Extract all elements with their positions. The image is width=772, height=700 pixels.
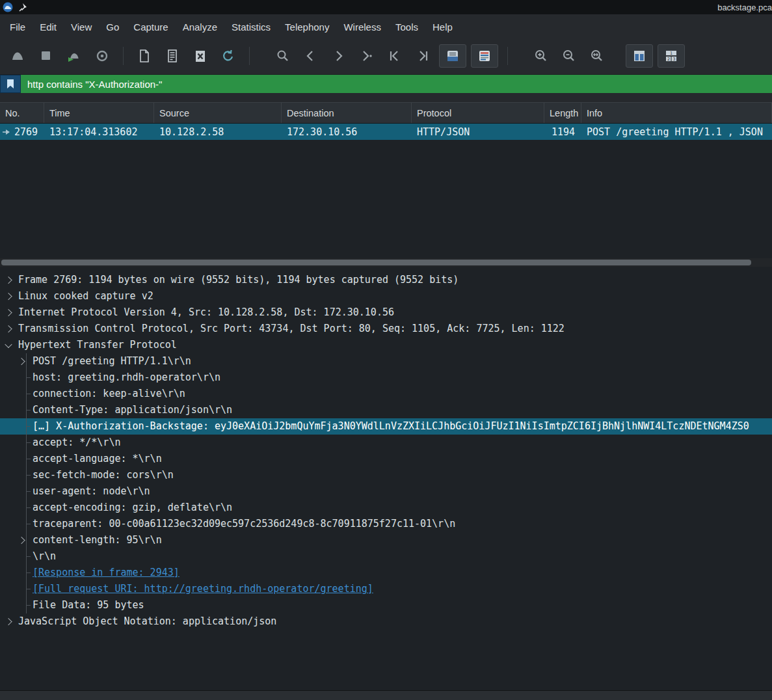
- bookmark-button[interactable]: [0, 75, 21, 93]
- go-first-packet-button[interactable]: [383, 44, 406, 68]
- expander-icon[interactable]: [5, 292, 12, 299]
- menu-item[interactable]: Help: [425, 18, 460, 36]
- detail-row[interactable]: [Full request URI: http://greeting.rhdh-…: [0, 581, 772, 597]
- column-header[interactable]: Info: [581, 103, 772, 123]
- detail-text: sec-fetch-mode: cors\r\n: [33, 469, 174, 481]
- packet-list-pane: No.TimeSourceDestinationProtocolLengthIn…: [0, 102, 772, 258]
- menu-item[interactable]: View: [64, 18, 99, 36]
- detail-row[interactable]: accept-language: *\r\n: [0, 451, 772, 467]
- menu-item[interactable]: Go: [99, 18, 126, 36]
- detail-row[interactable]: Frame 2769: 1194 bytes on wire (9552 bit…: [0, 272, 772, 288]
- save-file-button[interactable]: [161, 44, 184, 68]
- menu-item[interactable]: Tools: [388, 18, 425, 36]
- detail-row[interactable]: Hypertext Transfer Protocol: [0, 337, 772, 353]
- bookmark-icon: [6, 79, 15, 89]
- detail-text: connection: keep-alive\r\n: [33, 388, 185, 399]
- detail-row[interactable]: traceparent: 00-c00a61123ec32d09ec597c25…: [0, 516, 772, 532]
- packet-list-body: 2769 13:17:04.313602 10.128.2.58 172.30.…: [0, 124, 772, 258]
- capture-options-button[interactable]: [90, 44, 114, 68]
- menu-item[interactable]: Statistics: [224, 18, 278, 36]
- close-file-icon: [193, 48, 208, 64]
- detail-row[interactable]: Linux cooked capture v2: [0, 288, 772, 304]
- menu-item[interactable]: Wireless: [336, 18, 388, 36]
- go-forward-button[interactable]: [327, 44, 351, 68]
- column-header[interactable]: Destination: [282, 103, 412, 123]
- detail-row[interactable]: […] X-Authorization-Backstage: eyJ0eXAiO…: [0, 418, 772, 435]
- packet-row[interactable]: 2769 13:17:04.313602 10.128.2.58 172.30.…: [0, 124, 772, 140]
- detail-text: accept-language: *\r\n: [33, 453, 162, 464]
- menu-item[interactable]: Telephony: [278, 18, 336, 36]
- titlebar: backstage.pca: [0, 0, 772, 14]
- go-to-packet-button[interactable]: [355, 44, 379, 68]
- go-last-packet-button[interactable]: [411, 44, 434, 68]
- expander-icon[interactable]: [18, 536, 25, 543]
- horizontal-scrollbar-handle[interactable]: [1, 260, 751, 265]
- go-first-packet-icon: [387, 48, 403, 64]
- detail-row[interactable]: host: greeting.rhdh-operator\r\n: [0, 370, 772, 386]
- detail-row[interactable]: sec-fetch-mode: cors\r\n: [0, 467, 772, 483]
- resize-columns-button[interactable]: [626, 44, 653, 68]
- colorize-packets-icon: [477, 48, 492, 64]
- restart-capture-button[interactable]: [62, 44, 86, 68]
- column-header[interactable]: No.: [0, 103, 44, 123]
- menu-item[interactable]: Analyze: [176, 18, 224, 36]
- detail-text: [Response in frame: 2943]: [33, 567, 180, 578]
- detail-text: accept: */*\r\n: [33, 437, 120, 448]
- detail-row[interactable]: JavaScript Object Notation: application/…: [0, 613, 772, 630]
- detail-row[interactable]: accept: */*\r\n: [0, 435, 772, 451]
- expander-icon[interactable]: [5, 276, 12, 283]
- go-back-button[interactable]: [299, 44, 323, 68]
- column-header[interactable]: Time: [44, 103, 154, 123]
- save-file-icon: [165, 48, 180, 64]
- detail-row[interactable]: Internet Protocol Version 4, Src: 10.128…: [0, 304, 772, 321]
- capture-options-icon: [94, 48, 110, 64]
- expander-icon[interactable]: [5, 617, 12, 625]
- layout-columns-button[interactable]: 123: [658, 44, 685, 68]
- start-capture-icon: [10, 48, 26, 64]
- zoom-out-button[interactable]: [557, 44, 581, 68]
- colorize-packets-button[interactable]: [471, 44, 498, 68]
- detail-row[interactable]: Transmission Control Protocol, Src Port:…: [0, 321, 772, 337]
- start-capture-button[interactable]: [7, 44, 30, 68]
- detail-row[interactable]: connection: keep-alive\r\n: [0, 386, 772, 402]
- detail-row[interactable]: user-agent: node\r\n: [0, 483, 772, 500]
- detail-text: traceparent: 00-c00a61123ec32d09ec597c25…: [33, 518, 455, 530]
- menu-item[interactable]: File: [3, 18, 33, 36]
- find-packet-button[interactable]: [271, 44, 295, 68]
- detail-text: Linux cooked capture v2: [18, 290, 153, 302]
- detail-text: user-agent: node\r\n: [33, 485, 150, 497]
- detail-row[interactable]: \r\n: [0, 548, 772, 565]
- column-header[interactable]: Protocol: [412, 103, 544, 123]
- detail-text: accept-encoding: gzip, deflate\r\n: [33, 502, 232, 513]
- selected-packet-arrow-icon: [2, 129, 11, 135]
- column-header[interactable]: Source: [154, 103, 282, 123]
- expander-icon[interactable]: [5, 325, 12, 332]
- menubar: FileEditViewGoCaptureAnalyzeStatisticsTe…: [0, 14, 772, 39]
- expander-icon[interactable]: [18, 357, 25, 364]
- detail-row[interactable]: accept-encoding: gzip, deflate\r\n: [0, 500, 772, 516]
- detail-text: \r\n: [33, 550, 56, 562]
- detail-row[interactable]: POST /greeting HTTP/1.1\r\n: [0, 353, 772, 370]
- zoom-in-button[interactable]: [529, 44, 553, 68]
- reload-file-button[interactable]: [217, 44, 240, 68]
- menu-item[interactable]: Edit: [33, 18, 64, 36]
- detail-row[interactable]: content-length: 95\r\n: [0, 532, 772, 548]
- packet-source-cell: 10.128.2.58: [154, 126, 282, 138]
- expander-icon[interactable]: [5, 340, 12, 347]
- stop-capture-button[interactable]: [34, 44, 58, 68]
- detail-text: [Full request URI: http://greeting.rhdh-…: [33, 583, 373, 595]
- detail-row[interactable]: File Data: 95 bytes: [0, 597, 772, 613]
- detail-row[interactable]: [Response in frame: 2943]: [0, 565, 772, 581]
- column-header[interactable]: Length: [544, 103, 581, 123]
- detail-text: host: greeting.rhdh-operator\r\n: [33, 371, 220, 383]
- auto-scroll-button[interactable]: [439, 44, 466, 68]
- display-filter-input[interactable]: [21, 75, 772, 93]
- zoom-reset-button[interactable]: [585, 44, 609, 68]
- open-file-button[interactable]: [133, 44, 156, 68]
- packet-time-cell: 13:17:04.313602: [44, 126, 154, 138]
- menu-item[interactable]: Capture: [126, 18, 175, 36]
- go-forward-icon: [331, 48, 347, 64]
- expander-icon[interactable]: [5, 308, 12, 316]
- detail-row[interactable]: Content-Type: application/json\r\n: [0, 402, 772, 418]
- close-file-button[interactable]: [189, 44, 212, 68]
